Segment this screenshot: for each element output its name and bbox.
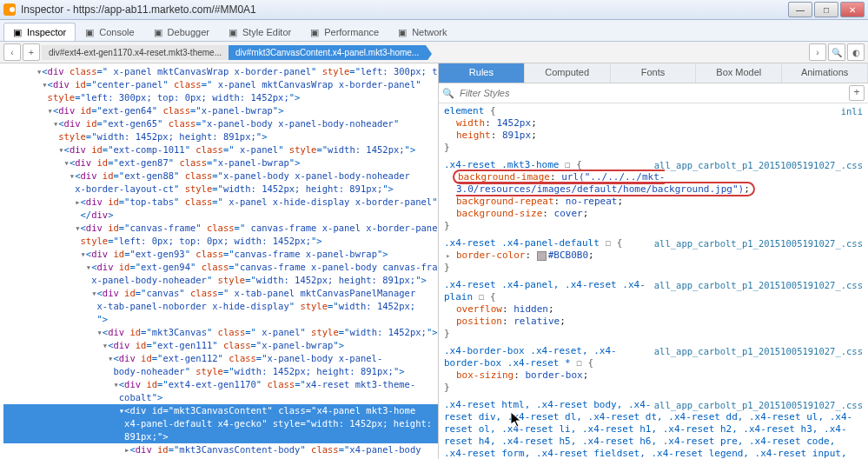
performance-icon: ▣ <box>310 27 321 37</box>
css-rule[interactable]: all_app_carbolt_p1_20151005191027_.css.x… <box>444 237 863 274</box>
inspector-icon: ▣ <box>13 27 23 37</box>
dom-node-line[interactable]: ▾<div id="ext-comp-1011" class=" x-panel… <box>3 143 438 156</box>
css-declaration[interactable]: background-repeat: no-repeat; <box>444 196 863 208</box>
dom-node-line[interactable]: ▾<div id="canvas-frame" class=" canvas-f… <box>3 222 438 235</box>
window-titlebar: Inspector - https://app-ab11.marketo.com… <box>0 0 868 20</box>
dom-node-line[interactable]: x-tab-panel-noborder x-hide-display" sty… <box>3 300 438 313</box>
rules-tab-box-model[interactable]: Box Model <box>696 63 782 83</box>
dom-node-line[interactable]: ▾<div id="ext-gen111" class="x-panel-bwr… <box>3 339 438 352</box>
nav-plus-button[interactable]: + <box>23 43 40 61</box>
dom-tree-panel[interactable]: ▾<div class=" x-panel mktCanvasWrap x-bo… <box>0 63 439 459</box>
dom-node-line[interactable]: x4-panel-default x4-gecko" style="width:… <box>3 417 438 430</box>
rules-list[interactable]: inlielement {width: 1452px;height: 891px… <box>439 103 868 459</box>
add-rule-button[interactable]: + <box>849 85 865 101</box>
dom-node-line[interactable]: style="left: 0px; top: 0px; width: 1452p… <box>3 235 438 248</box>
dom-node-line[interactable]: ▾<div id="ext-gen94" class="canvas-frame… <box>3 261 438 274</box>
console-icon: ▣ <box>85 27 96 37</box>
css-rule[interactable]: all_app_carbolt_p1_20151005191027_.css.x… <box>444 159 863 232</box>
tab-console[interactable]: ▣Console <box>76 23 143 41</box>
rule-source-link[interactable]: all_app_carbolt_p1_20151005191027_.css <box>654 237 863 249</box>
rule-source-link[interactable]: all_app_carbolt_p1_20151005191027_.css <box>654 399 863 411</box>
filter-bar: 🔍 + <box>439 83 868 103</box>
rule-source-link[interactable]: all_app_carbolt_p1_20151005191027_.css <box>654 279 863 291</box>
dom-node-line[interactable]: ▾<div id="center-panel" class=" x-panel … <box>3 78 438 91</box>
maximize-button[interactable]: □ <box>814 2 838 17</box>
css-rule[interactable]: all_app_carbolt_p1_20151005191027_.css.x… <box>444 345 863 394</box>
dom-node-line[interactable]: style="left: 300px; top: 0px; width: 145… <box>3 91 438 104</box>
tab-inspector[interactable]: ▣Inspector <box>3 23 76 41</box>
css-declaration[interactable]: background-size: cover; <box>444 208 863 220</box>
css-declaration[interactable]: ▸border-color: #BCB0B0; <box>444 249 863 262</box>
dom-node-line[interactable]: </div> <box>3 209 438 222</box>
dom-node-line[interactable]: ▸<div id="mkt3CanvasContent-body" class=… <box>3 443 438 456</box>
css-rule[interactable]: all_app_carbolt_p1_20151005191027_.css.x… <box>444 399 863 459</box>
rule-source-link[interactable]: all_app_carbolt_p1_20151005191027_.css <box>654 345 863 357</box>
rules-tab-rules[interactable]: Rules <box>439 63 525 83</box>
css-rule[interactable]: inlielement {width: 1452px;height: 891px… <box>444 105 863 154</box>
tab-network[interactable]: ▣Network <box>388 23 456 41</box>
tab-debugger[interactable]: ▣Debugger <box>144 23 219 41</box>
dom-node-line[interactable]: ▾<div class=" x-panel mktCanvasWrap x-bo… <box>3 65 438 78</box>
rule-source-link[interactable]: inli <box>841 105 863 117</box>
nav-prev-button[interactable]: ‹ <box>3 43 21 61</box>
css-declaration[interactable]: height: 891px; <box>444 130 863 142</box>
minimize-button[interactable]: — <box>788 2 812 17</box>
dom-node-line[interactable]: cobalt"> <box>3 391 438 404</box>
dom-node-line[interactable]: ▸<div id="top-tabs" class=" x-panel x-hi… <box>3 196 438 209</box>
dom-node-line[interactable]: ▾<div id="mkt3Canvas" class=" x-panel" s… <box>3 326 438 339</box>
dom-node-line[interactable]: x-panel-body-noheader" style="width: 145… <box>3 274 438 287</box>
dom-node-line[interactable]: body-noheader" style="width: 1452px; hei… <box>3 365 438 378</box>
dom-node-line[interactable]: ▾<div id="ext-gen88" class="x-panel-body… <box>3 170 438 183</box>
window-title: Inspector - https://app-ab11.marketo.com… <box>21 3 788 16</box>
rules-tab-computed[interactable]: Computed <box>525 63 611 83</box>
debugger-icon: ▣ <box>154 27 164 37</box>
dom-node-line[interactable]: ▾<div id="canvas" class=" x-tab-panel mk… <box>3 287 438 300</box>
dom-node-line[interactable]: ▾<div id="ext-gen112" class="x-panel-bod… <box>3 352 438 365</box>
search-button[interactable]: 🔍 <box>828 43 845 61</box>
css-declaration[interactable]: box-sizing: border-box; <box>444 369 863 382</box>
breadcrumb-item[interactable]: div#mkt3CanvasContent.x4-panel.mkt3-home… <box>229 45 426 60</box>
dom-node-line[interactable]: ▾<div id="ext-gen87" class="x-panel-bwra… <box>3 156 438 170</box>
dom-node-line[interactable]: ▾<div id="ext4-ext-gen1170" class="x4-re… <box>3 378 438 391</box>
tab-performance[interactable]: ▣Performance <box>301 23 388 41</box>
tab-style-editor[interactable]: ▣Style Editor <box>219 23 301 41</box>
css-declaration[interactable]: width: 1452px; <box>444 117 863 130</box>
devtools-tabbar: ▣Inspector▣Console▣Debugger▣Style Editor… <box>0 20 868 42</box>
dom-node-line[interactable]: 891px;"> <box>3 430 438 443</box>
highlight-button[interactable]: ◐ <box>847 43 865 61</box>
breadcrumb-item[interactable]: div#ext4-ext-gen1170.x4-reset.mkt3-theme… <box>42 45 229 60</box>
css-declaration[interactable]: position: relative; <box>444 316 863 328</box>
breadcrumb-bar: ‹ + div#ext4-ext-gen1170.x4-reset.mkt3-t… <box>0 42 868 63</box>
style-editor-icon: ▣ <box>229 27 239 37</box>
filter-styles-input[interactable] <box>458 87 849 99</box>
close-button[interactable]: ✕ <box>840 2 865 17</box>
rules-panel: RulesComputedFontsBox ModelAnimations 🔍 … <box>439 63 868 459</box>
dom-node-line[interactable]: ▾<div id="ext-gen64" class="x-panel-bwra… <box>3 104 438 117</box>
rules-tab-animations[interactable]: Animations <box>782 63 868 83</box>
dom-node-line[interactable]: ▾<div id="ext-gen93" class="canvas-frame… <box>3 248 438 261</box>
css-rule[interactable]: all_app_carbolt_p1_20151005191027_.css.x… <box>444 279 863 340</box>
dom-node-line[interactable]: x-border-layout-ct" style="width: 1452px… <box>3 183 438 196</box>
search-icon: 🔍 <box>442 88 454 99</box>
rule-source-link[interactable]: all_app_carbolt_p1_20151005191027_.css <box>654 159 863 171</box>
dom-node-line[interactable]: "> <box>3 313 438 326</box>
dom-node-line[interactable]: style="width: 1452px; height: 891px;"> <box>3 130 438 143</box>
firefox-icon <box>3 3 16 16</box>
nav-next-button[interactable]: › <box>809 43 826 61</box>
css-declaration[interactable]: background-image: url("../../../mkt-3.0/… <box>444 171 863 196</box>
dom-node-line[interactable]: ▾<div id="ext-gen65" class="x-panel-body… <box>3 117 438 130</box>
dom-node-line[interactable]: ▾<div id="mkt3CanvasContent" class="x4-p… <box>3 404 438 417</box>
css-declaration[interactable]: overflow: hidden; <box>444 303 863 316</box>
rules-tab-fonts[interactable]: Fonts <box>611 63 697 83</box>
network-icon: ▣ <box>398 27 408 37</box>
